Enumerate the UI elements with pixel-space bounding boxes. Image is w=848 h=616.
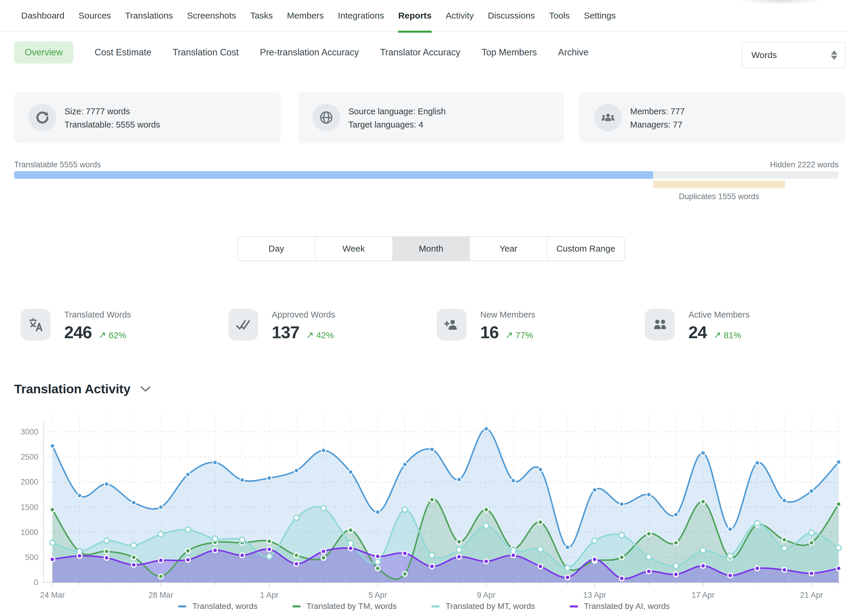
- stat-active-members: Active Members24↗ 81%: [645, 308, 833, 355]
- legend-swatch: [570, 606, 578, 607]
- svg-text:3000: 3000: [21, 427, 38, 436]
- svg-text:21 Apr: 21 Apr: [800, 591, 823, 600]
- nav-item-reports[interactable]: Reports: [398, 10, 431, 33]
- stat-delta: ↗ 42%: [306, 330, 334, 341]
- stat-label: Approved Words: [272, 310, 335, 320]
- svg-text:17 Apr: 17 Apr: [692, 591, 715, 600]
- nav-item-dashboard[interactable]: Dashboard: [21, 10, 64, 31]
- subnav-item-translation-cost[interactable]: Translation Cost: [172, 47, 239, 58]
- info-card-source-language: Source language: EnglishTarget languages…: [298, 92, 564, 143]
- range-tab-day[interactable]: Day: [238, 237, 315, 260]
- translation-activity-chart: 05001000150020002500300024 Mar28 Mar1 Ap…: [0, 407, 848, 613]
- reports-overview-page: DashboardSourcesTranslationsScreenshotsT…: [0, 0, 848, 616]
- stat-label: Active Members: [688, 310, 750, 320]
- info-card-line: Size: 7777 words: [64, 105, 160, 118]
- legend-label: Translated by TM, words: [307, 601, 397, 611]
- legend-item-translated-by-ai-words[interactable]: Translated by AI, words: [570, 601, 670, 611]
- subnav-item-pre-translation-accuracy[interactable]: Pre-translation Accuracy: [260, 47, 359, 58]
- legend-label: Translated, words: [192, 601, 258, 611]
- translatable-bar-segment: [14, 171, 653, 179]
- duplicates-label: Duplicates 1555 words: [679, 192, 759, 201]
- stat-delta: ↗ 62%: [98, 330, 126, 341]
- svg-text:0: 0: [34, 578, 38, 587]
- globe-icon: [313, 104, 340, 131]
- stat-approved-words: Approved Words137↗ 42%: [228, 308, 417, 355]
- stat-value: 24: [688, 322, 707, 342]
- chevron-down-icon[interactable]: [141, 386, 150, 392]
- stat-value: 16: [480, 322, 499, 342]
- nav-item-members[interactable]: Members: [287, 10, 324, 31]
- info-card-members: Members: 777Managers: 77: [580, 92, 846, 143]
- progress-labels: Translatable 5555 words Hidden 2222 word…: [14, 160, 839, 169]
- stat-value: 246: [64, 322, 92, 342]
- trend-up-icon: ↗: [713, 330, 721, 340]
- svg-text:2000: 2000: [21, 478, 38, 486]
- dismissed-popover-shadow: [738, 0, 823, 5]
- stat-delta: ↗ 77%: [505, 330, 533, 341]
- trend-up-icon: ↗: [505, 330, 513, 340]
- trend-up-icon: ↗: [306, 330, 314, 340]
- duplicates-bar: [653, 181, 785, 188]
- unit-select-value: Words: [752, 50, 831, 60]
- nav-item-sources[interactable]: Sources: [79, 10, 111, 31]
- trend-up-icon: ↗: [98, 330, 106, 340]
- reports-subnav: OverviewCost EstimateTranslation CostPre…: [14, 41, 589, 64]
- unit-select[interactable]: Words: [741, 42, 846, 68]
- info-card-line: Managers: 77: [630, 118, 685, 131]
- info-card-line: Translatable: 5555 words: [64, 118, 160, 131]
- stat-label: Translated Words: [64, 310, 131, 320]
- info-card-size: Size: 7777 wordsTranslatable: 5555 words: [14, 92, 280, 143]
- stat-new-members: New Members16↗ 77%: [437, 308, 625, 355]
- nav-item-translations[interactable]: Translations: [125, 10, 173, 31]
- svg-text:13 Apr: 13 Apr: [583, 591, 606, 600]
- nav-item-activity[interactable]: Activity: [446, 10, 474, 31]
- nav-item-discussions[interactable]: Discussions: [488, 10, 535, 31]
- person-plus-icon: [437, 309, 467, 341]
- people-icon: [645, 309, 675, 341]
- section-head: Translation Activity: [14, 382, 150, 396]
- info-card-line: Target languages: 4: [348, 118, 446, 131]
- select-arrows-icon: [831, 50, 838, 60]
- chart-legend: Translated, wordsTranslated by TM, words…: [0, 601, 848, 611]
- range-tab-year[interactable]: Year: [469, 237, 547, 260]
- subnav-item-overview[interactable]: Overview: [14, 41, 73, 64]
- members-icon: [594, 104, 622, 131]
- info-card-line: Members: 777: [630, 105, 685, 118]
- nav-item-settings[interactable]: Settings: [584, 10, 616, 31]
- stat-translated-words: Translated Words246↗ 62%: [21, 308, 209, 355]
- translate-icon: [21, 309, 50, 341]
- stat-delta: ↗ 81%: [713, 330, 741, 341]
- legend-swatch: [431, 606, 440, 607]
- top-navigation: DashboardSourcesTranslationsScreenshotsT…: [0, 0, 848, 32]
- words-progress-bar: [14, 171, 839, 179]
- range-tab-custom-range[interactable]: Custom Range: [547, 237, 624, 260]
- nav-item-tools[interactable]: Tools: [549, 10, 570, 31]
- legend-item-translated-words[interactable]: Translated, words: [178, 601, 258, 611]
- subnav-item-cost-estimate[interactable]: Cost Estimate: [95, 47, 151, 58]
- translatable-label: Translatable 5555 words: [14, 160, 101, 169]
- legend-label: Translated by AI, words: [584, 601, 670, 611]
- svg-text:24 Mar: 24 Mar: [40, 591, 65, 600]
- svg-text:1500: 1500: [21, 503, 38, 512]
- info-card-line: Source language: English: [348, 105, 446, 118]
- svg-text:5 Apr: 5 Apr: [368, 591, 387, 600]
- legend-item-translated-by-mt-words[interactable]: Translated by MT, words: [431, 601, 535, 611]
- nav-item-tasks[interactable]: Tasks: [250, 10, 273, 31]
- legend-swatch: [292, 606, 301, 607]
- legend-item-translated-by-tm-words[interactable]: Translated by TM, words: [292, 601, 397, 611]
- section-title: Translation Activity: [14, 382, 130, 396]
- subnav-item-translator-accuracy[interactable]: Translator Accuracy: [380, 47, 461, 58]
- hidden-label: Hidden 2222 words: [770, 160, 839, 169]
- svg-text:1 Apr: 1 Apr: [260, 591, 279, 600]
- subnav-item-top-members[interactable]: Top Members: [482, 47, 537, 58]
- legend-label: Translated by MT, words: [445, 601, 535, 611]
- svg-text:500: 500: [25, 553, 38, 562]
- range-tab-month[interactable]: Month: [392, 237, 470, 260]
- subnav-item-archive[interactable]: Archive: [558, 47, 588, 58]
- legend-swatch: [178, 606, 186, 607]
- range-tab-week[interactable]: Week: [315, 237, 392, 260]
- nav-item-screenshots[interactable]: Screenshots: [187, 10, 236, 31]
- stat-label: New Members: [480, 310, 535, 320]
- sync-icon: [28, 104, 56, 131]
- nav-item-integrations[interactable]: Integrations: [338, 10, 384, 31]
